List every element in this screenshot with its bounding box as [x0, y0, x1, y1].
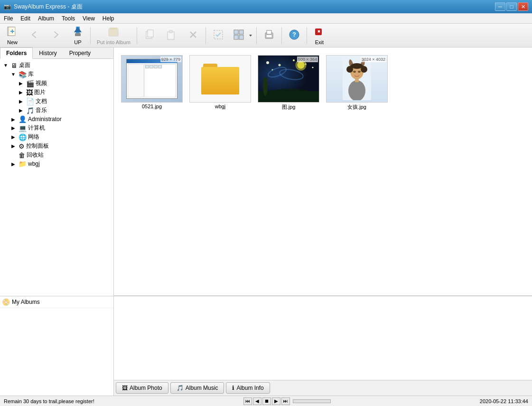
- menu-album[interactable]: Album: [34, 13, 58, 24]
- file-item-wbgj[interactable]: wbgj: [187, 52, 253, 113]
- back-button[interactable]: [24, 25, 45, 46]
- player-stop-button[interactable]: ⏹: [262, 397, 271, 405]
- tree-label-admin: Administrator: [28, 116, 62, 123]
- toolbar: New UP: [0, 24, 532, 47]
- album-photo-button[interactable]: 🖼 Album Photo: [116, 382, 168, 394]
- admin-icon: 👤: [19, 115, 27, 123]
- svg-point-53: [351, 63, 363, 69]
- menu-file[interactable]: File: [0, 13, 17, 24]
- menu-view[interactable]: View: [79, 13, 99, 24]
- player-end-button[interactable]: ⏭: [281, 397, 290, 405]
- album-info-icon: ℹ: [232, 385, 234, 391]
- expand-network[interactable]: ▶: [9, 134, 17, 140]
- svg-point-34: [312, 67, 314, 68]
- tree-item-network[interactable]: ▶ 🌐 网络: [9, 132, 112, 142]
- copy-button[interactable]: [139, 25, 160, 46]
- folder-thumb-inner: [190, 56, 251, 102]
- maximize-button[interactable]: □: [506, 2, 517, 11]
- tab-folders[interactable]: Folders: [0, 47, 33, 59]
- expand-videos[interactable]: ▶: [17, 81, 25, 86]
- tab-property[interactable]: Property: [63, 47, 97, 59]
- new-icon: [7, 26, 18, 38]
- expand-library[interactable]: ▼: [9, 72, 17, 77]
- tree-item-control[interactable]: ▶ ⚙ 控制面板: [9, 142, 112, 151]
- file-item-nvhai[interactable]: 3024 × 4032 女孩.jpg: [324, 52, 390, 113]
- tree-label-wbgj: wbgj: [28, 161, 40, 167]
- exit-button[interactable]: Exit: [309, 25, 330, 46]
- svg-rect-18: [234, 35, 238, 39]
- expand-computer[interactable]: ▶: [9, 125, 17, 131]
- recycle-icon: 🗑: [19, 151, 25, 159]
- albums-label: My Albums: [12, 299, 40, 305]
- expand-desktop[interactable]: ▼: [2, 63, 9, 68]
- player-prev-button[interactable]: ◀: [253, 397, 261, 405]
- close-button[interactable]: ✕: [518, 2, 528, 11]
- ss-content: [127, 63, 177, 98]
- back-icon: [28, 29, 40, 42]
- album-info-button[interactable]: ℹ Album Info: [226, 382, 270, 394]
- album-bottom-tabs: 🖼 Album Photo 🎵 Album Music ℹ Album Info: [114, 380, 532, 396]
- file-item-tu[interactable]: 500 × 364 图.jpg: [255, 52, 322, 113]
- svg-marker-5: [74, 27, 82, 32]
- player-controls: ⏮ ◀ ⏹ ▶ ⏭: [243, 397, 331, 405]
- tree-item-library[interactable]: ▼ 📚 库: [9, 70, 112, 79]
- titlebar-title: 📷 SwayAlbum Express - 桌面: [4, 3, 83, 11]
- new-label: New: [7, 39, 18, 45]
- album-music-icon: 🎵: [177, 385, 184, 391]
- menu-tools[interactable]: Tools: [58, 13, 79, 24]
- exit-icon: [314, 26, 325, 38]
- view-split-button[interactable]: [230, 25, 254, 46]
- tab-history[interactable]: History: [33, 47, 63, 59]
- status-datetime: 2020-05-22 11:33:44: [480, 398, 528, 404]
- print-button[interactable]: [259, 25, 280, 46]
- player-start-button[interactable]: ⏮: [243, 397, 252, 405]
- put-into-album-button[interactable]: Put into Album: [93, 25, 135, 46]
- minimize-button[interactable]: ─: [495, 2, 505, 11]
- file-item-0521[interactable]: 929 × 779 0521.jpg: [119, 52, 185, 113]
- expand-admin[interactable]: ▶: [9, 117, 17, 122]
- docs-icon: 📄: [26, 98, 34, 105]
- tree-label-music: 音乐: [36, 106, 47, 114]
- new-button[interactable]: New: [2, 25, 23, 46]
- desktop-children: ▼ 📚 库 ▶ 🎬 视频 ▶ 🖼 图片: [9, 70, 112, 168]
- help-button[interactable]: ?: [284, 25, 305, 46]
- tree-item-desktop[interactable]: ▼ 🖥 桌面: [2, 61, 112, 70]
- svg-point-30: [266, 61, 269, 64]
- tree-item-admin[interactable]: ▶ 👤 Administrator: [9, 115, 112, 123]
- expand-control[interactable]: ▶: [9, 143, 17, 149]
- expand-docs[interactable]: ▶: [17, 99, 25, 104]
- computer-icon: 💻: [19, 124, 27, 132]
- expand-wbgj[interactable]: ▶: [9, 161, 17, 167]
- put-into-album-label: Put into Album: [97, 39, 131, 45]
- tree-item-pictures[interactable]: ▶ 🖼 图片: [17, 88, 112, 97]
- tree-item-music[interactable]: ▶ 🎵 音乐: [17, 106, 112, 115]
- exit-label: Exit: [315, 39, 324, 45]
- view-arrow-button[interactable]: [248, 25, 254, 46]
- tree-item-docs[interactable]: ▶ 📄 文档: [17, 97, 112, 106]
- sep1: [90, 27, 91, 44]
- paste-button[interactable]: [161, 25, 182, 46]
- left-panel: Folders History Property ▼ 🖥 桌面 ▼ 📚 库: [0, 47, 114, 396]
- player-next-button[interactable]: ▶: [272, 397, 280, 405]
- albums-header[interactable]: 📀 My Albums: [0, 296, 113, 308]
- svg-marker-20: [249, 35, 252, 37]
- menu-help[interactable]: Help: [99, 13, 118, 24]
- tree-item-recycle[interactable]: ▶ 🗑 回收站: [9, 151, 112, 160]
- file-dim-tu: 500 × 364: [297, 57, 318, 62]
- expand-music[interactable]: ▶: [17, 108, 25, 113]
- view-main-button[interactable]: [230, 25, 248, 46]
- album-music-button[interactable]: 🎵 Album Music: [170, 382, 224, 394]
- expand-pictures[interactable]: ▶: [17, 90, 25, 95]
- up-button[interactable]: UP: [67, 25, 88, 46]
- tree-item-videos[interactable]: ▶ 🎬 视频: [17, 79, 112, 88]
- starry-thumb: [258, 56, 319, 102]
- select-button[interactable]: [208, 25, 229, 46]
- forward-button[interactable]: [46, 25, 66, 46]
- ss-thumb2: [149, 65, 153, 68]
- menu-edit[interactable]: Edit: [17, 13, 34, 24]
- tree-item-computer[interactable]: ▶ 💻 计算机: [9, 123, 112, 132]
- file-thumb-0521: 929 × 779: [121, 55, 183, 103]
- tree-item-wbgj[interactable]: ▶ 📁 wbgj: [9, 160, 112, 168]
- delete-button[interactable]: [183, 25, 204, 46]
- svg-point-31: [279, 64, 281, 66]
